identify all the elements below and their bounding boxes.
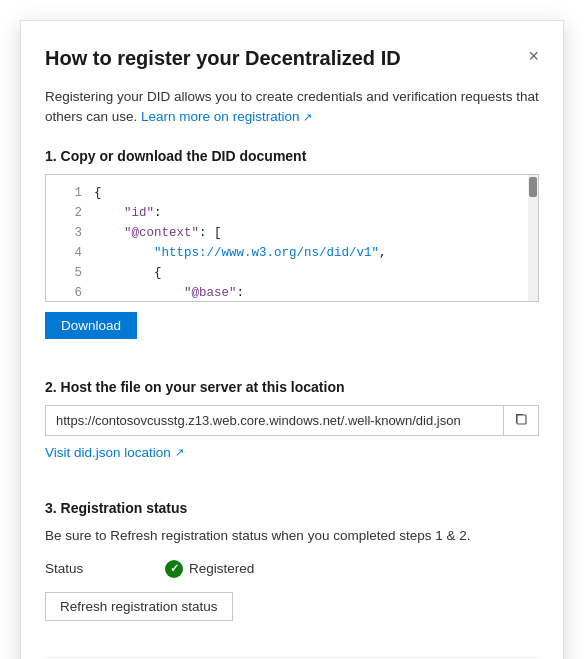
visit-link[interactable]: Visit did.json location ↗ [45,445,184,460]
intro-paragraph: Registering your DID allows you to creat… [45,87,539,128]
learn-more-link[interactable]: Learn more on registration ↗ [141,109,312,124]
svg-rect-0 [517,415,526,424]
refresh-registration-button[interactable]: Refresh registration status [45,592,233,621]
code-line-1: 1 { [46,183,538,203]
external-link-icon: ↗ [303,111,312,123]
registered-check-icon [165,560,183,578]
section1-title: 1. Copy or download the DID document [45,148,539,164]
section2-title: 2. Host the file on your server at this … [45,379,539,395]
dialog: How to register your Decentralized ID × … [20,20,564,659]
code-line-6: 6 "@base": [46,283,538,302]
url-field-row [45,405,539,436]
section3: 3. Registration status Be sure to Refres… [45,500,539,641]
copy-button[interactable] [503,406,538,435]
status-text: Registered [189,561,254,576]
close-icon-button[interactable]: × [528,47,539,65]
copy-icon [514,412,528,429]
code-line-4: 4 "https://www.w3.org/ns/did/v1", [46,243,538,263]
url-field[interactable] [46,406,503,435]
section3-title: 3. Registration status [45,500,539,516]
code-line-2: 2 "id": [46,203,538,223]
dialog-title: How to register your Decentralized ID [45,45,401,71]
section2: 2. Host the file on your server at this … [45,379,539,484]
download-button[interactable]: Download [45,312,137,339]
scroll-thumb [529,177,537,197]
section1: 1. Copy or download the DID document 1 {… [45,148,539,363]
external-link-icon-2: ↗ [175,446,184,459]
code-block: 1 { 2 "id": 3 "@context": [ 4 "https://w… [45,174,539,302]
status-label: Status [45,561,105,576]
code-line-3: 3 "@context": [ [46,223,538,243]
status-row: Status Registered [45,560,539,578]
status-value: Registered [165,560,254,578]
dialog-header: How to register your Decentralized ID × [45,45,539,71]
status-description: Be sure to Refresh registration status w… [45,526,539,546]
scroll-indicator [528,175,538,301]
code-line-5: 5 { [46,263,538,283]
